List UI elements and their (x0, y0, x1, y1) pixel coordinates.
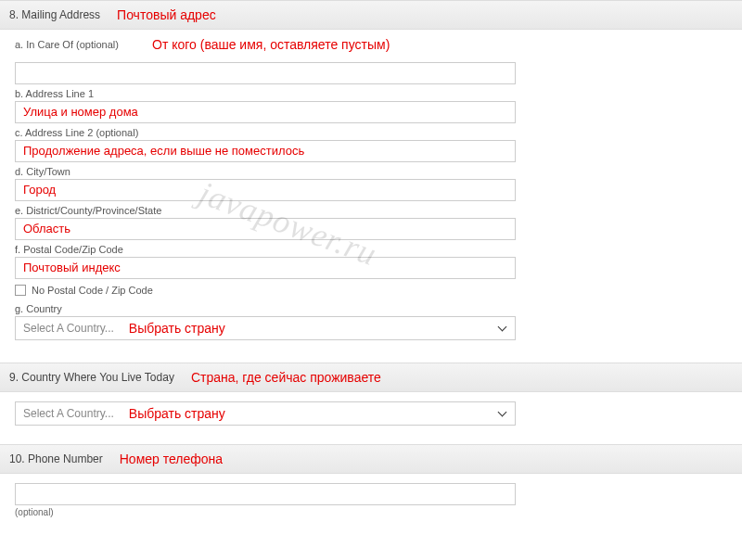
field-city: d. City/Town (15, 166, 727, 201)
input-postal[interactable] (15, 257, 516, 279)
field-address-2: c. Address Line 2 (optional) (15, 127, 727, 162)
row-no-postal: No Postal Code / Zip Code (15, 285, 727, 296)
chevron-down-icon (496, 323, 507, 334)
phone-optional-note: (optional) (15, 507, 727, 517)
label-country: g. Country (15, 303, 727, 314)
section-mailing-address: 8. Mailing Address Почтовый адрес a. In … (0, 0, 742, 350)
label-district: e. District/County/Province/State (15, 205, 727, 216)
section-header-country-live: 9. Country Where You Live Today Страна, … (0, 363, 742, 392)
field-country: g. Country Select A Country... Выбрать с… (15, 303, 727, 340)
select-country[interactable]: Select A Country... Выбрать страну (15, 316, 516, 340)
label-address-1: b. Address Line 1 (15, 88, 727, 99)
label-postal: f. Postal Code/Zip Code (15, 244, 727, 255)
label-address-2: c. Address Line 2 (optional) (15, 127, 727, 138)
field-district: e. District/County/Province/State (15, 205, 727, 240)
annotation-care-of: От кого (ваше имя, оставляете пустым) (152, 37, 390, 52)
section-phone: 10. Phone Number Номер телефона (optiona… (0, 444, 742, 523)
input-phone[interactable] (15, 483, 516, 505)
section-annotation: Номер телефона (120, 452, 223, 466)
section-header-mailing: 8. Mailing Address Почтовый адрес (0, 0, 742, 30)
select-country-live[interactable]: Select A Country... Выбрать страну (15, 401, 516, 426)
chevron-down-icon (496, 408, 507, 419)
section-title: 8. Mailing Address (9, 8, 100, 21)
section-annotation: Почтовый адрес (117, 7, 216, 22)
field-care-of: a. In Care Of (optional) От кого (ваше и… (15, 39, 727, 84)
section-title: 9. Country Where You Live Today (9, 371, 174, 384)
field-postal: f. Postal Code/Zip Code (15, 244, 727, 279)
select-country-live-placeholder: Select A Country... (23, 407, 114, 420)
select-country-annotation: Выбрать страну (129, 321, 496, 336)
input-address-2[interactable] (15, 140, 516, 162)
section-header-phone: 10. Phone Number Номер телефона (0, 444, 742, 474)
checkbox-no-postal[interactable] (15, 285, 26, 296)
input-care-of[interactable] (15, 62, 516, 84)
input-address-1[interactable] (15, 101, 516, 123)
field-address-1: b. Address Line 1 (15, 88, 727, 123)
label-no-postal: No Postal Code / Zip Code (32, 285, 153, 296)
input-city[interactable] (15, 179, 516, 201)
section-annotation: Страна, где сейчас проживаете (191, 370, 381, 385)
input-district[interactable] (15, 218, 516, 240)
section-title: 10. Phone Number (9, 452, 103, 465)
select-country-placeholder: Select A Country... (23, 322, 114, 335)
select-country-live-annotation: Выбрать страну (129, 406, 496, 421)
label-city: d. City/Town (15, 166, 727, 177)
section-country-live: 9. Country Where You Live Today Страна, … (0, 363, 742, 431)
